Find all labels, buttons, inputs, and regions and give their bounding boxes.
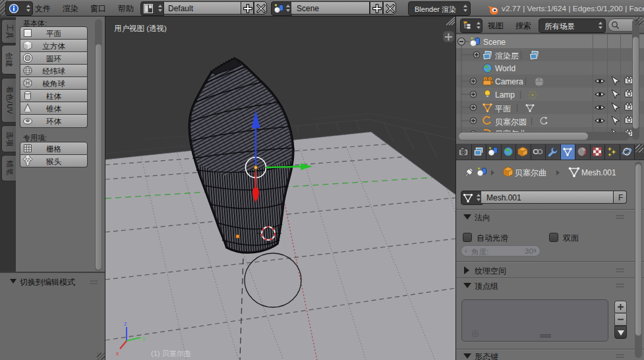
svg-text:x: x	[116, 350, 119, 357]
svg-text:z: z	[124, 320, 127, 327]
svg-text:贝塞尔曲: 贝塞尔曲	[515, 168, 546, 177]
svg-text:(1) 贝塞尔曲: (1) 贝塞尔曲	[151, 349, 191, 357]
svg-text:y: y	[142, 335, 146, 342]
svg-text:用户视图 (透视): 用户视图 (透视)	[114, 24, 167, 32]
svg-text:Mesh.001: Mesh.001	[581, 168, 616, 177]
